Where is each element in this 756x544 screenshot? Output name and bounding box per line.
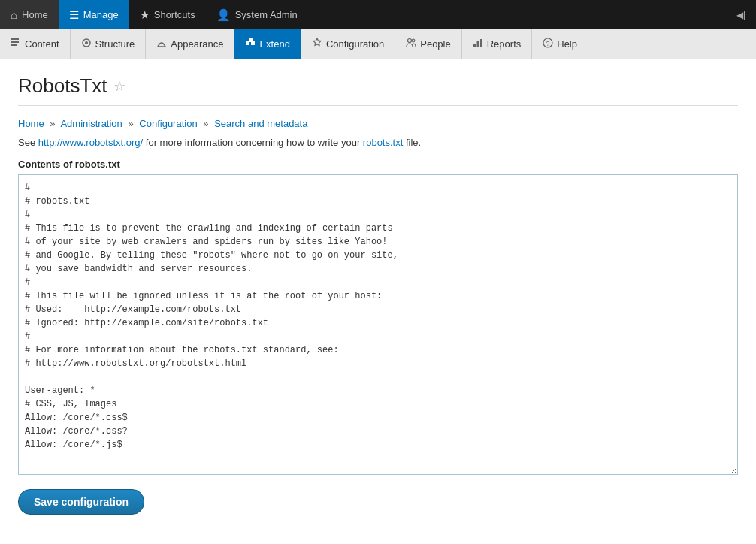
svg-rect-7 xyxy=(251,41,255,45)
svg-rect-0 xyxy=(11,38,19,40)
admin-bar-collapse[interactable]: ◀| xyxy=(726,10,756,20)
breadcrumb: Home » Administration » Configuration » … xyxy=(18,118,738,129)
home-icon: ⌂ xyxy=(11,8,17,21)
user-icon: 👤 xyxy=(216,8,231,22)
nav-content[interactable]: Content xyxy=(0,29,71,59)
svg-point-9 xyxy=(412,39,415,42)
page-title-row: RobotsTxt ☆ xyxy=(18,74,738,106)
nav-help[interactable]: ? Help xyxy=(532,29,588,59)
manage-icon: ☰ xyxy=(69,8,79,22)
breadcrumb-administration[interactable]: Administration xyxy=(60,118,122,129)
nav-reports[interactable]: Reports xyxy=(462,29,533,59)
svg-rect-10 xyxy=(473,44,476,47)
info-link[interactable]: http://www.robotstxt.org/ xyxy=(38,137,143,148)
nav-configuration[interactable]: Configuration xyxy=(301,29,395,59)
nav-reports-label: Reports xyxy=(487,38,522,50)
nav-extend[interactable]: Extend xyxy=(234,29,301,59)
secondary-nav: Content Structure Appearance Extend Conf… xyxy=(0,29,756,59)
nav-appearance[interactable]: Appearance xyxy=(146,29,234,59)
info-text: See http://www.robotstxt.org/ for more i… xyxy=(18,137,738,148)
collapse-icon: ◀| xyxy=(736,10,745,20)
svg-rect-1 xyxy=(11,41,19,43)
admin-bar-sysadmin-label: System Admin xyxy=(235,9,298,20)
breadcrumb-home[interactable]: Home xyxy=(18,118,44,129)
svg-point-4 xyxy=(85,41,88,44)
info-end: file. xyxy=(403,137,421,148)
appearance-icon xyxy=(156,38,167,50)
nav-structure[interactable]: Structure xyxy=(71,29,147,59)
robots-textarea[interactable]: # # robots.txt # # This file is to preve… xyxy=(18,174,738,475)
breadcrumb-sep-3: » xyxy=(203,118,208,129)
admin-bar-system-admin[interactable]: 👤 System Admin xyxy=(206,0,308,29)
breadcrumb-sep-2: » xyxy=(128,118,133,129)
favorite-star-icon[interactable]: ☆ xyxy=(113,78,125,95)
page-title: RobotsTxt xyxy=(18,74,107,98)
breadcrumb-configuration[interactable]: Configuration xyxy=(139,118,197,129)
extend-icon xyxy=(245,38,256,50)
admin-bar-manage-label: Manage xyxy=(83,9,119,20)
admin-bar-home-label: Home xyxy=(22,9,48,20)
robots-txt-link[interactable]: robots.txt xyxy=(363,137,403,148)
svg-text:?: ? xyxy=(546,40,550,47)
structure-icon xyxy=(81,38,92,50)
reports-icon xyxy=(473,38,483,50)
nav-people-label: People xyxy=(420,38,450,50)
nav-extend-label: Extend xyxy=(259,38,289,50)
admin-bar: ⌂ Home ☰ Manage ★ Shortcuts 👤 System Adm… xyxy=(0,0,756,29)
page-content: RobotsTxt ☆ Home » Administration » Conf… xyxy=(0,59,756,544)
admin-bar-shortcuts-label: Shortcuts xyxy=(154,9,195,20)
star-icon-admin: ★ xyxy=(140,8,150,22)
breadcrumb-sep-1: » xyxy=(50,118,55,129)
save-configuration-button[interactable]: Save configuration xyxy=(18,489,144,515)
nav-appearance-label: Appearance xyxy=(171,38,223,50)
breadcrumb-search-metadata[interactable]: Search and metadata xyxy=(214,118,307,129)
nav-configuration-label: Configuration xyxy=(326,38,384,50)
section-label: Contents of robots.txt xyxy=(18,159,738,170)
admin-bar-home[interactable]: ⌂ Home xyxy=(0,0,59,29)
info-prefix: See xyxy=(18,137,38,148)
content-icon xyxy=(11,38,21,50)
info-suffix: for more information concerning how to w… xyxy=(143,137,363,148)
svg-rect-12 xyxy=(480,39,482,47)
nav-people[interactable]: People xyxy=(395,29,461,59)
people-icon xyxy=(406,38,416,50)
help-icon: ? xyxy=(543,38,553,50)
admin-bar-shortcuts[interactable]: ★ Shortcuts xyxy=(129,0,206,29)
svg-rect-11 xyxy=(476,41,479,47)
nav-help-label: Help xyxy=(557,38,577,50)
configuration-icon xyxy=(312,38,322,50)
svg-rect-2 xyxy=(11,44,17,46)
svg-point-8 xyxy=(408,39,412,43)
nav-content-label: Content xyxy=(25,38,59,50)
nav-structure-label: Structure xyxy=(95,38,135,50)
admin-bar-manage[interactable]: ☰ Manage xyxy=(59,0,129,29)
